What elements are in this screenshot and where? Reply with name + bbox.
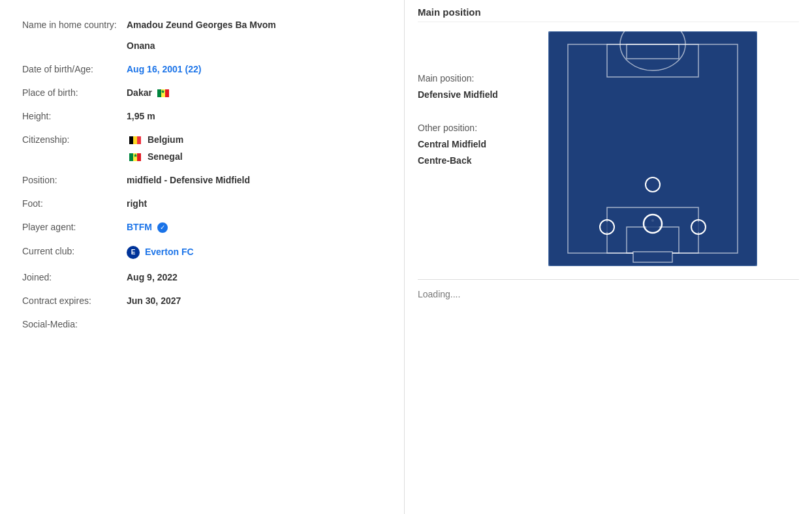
table-row: Social-Media:	[20, 312, 384, 336]
citizenship-belgium: Belgium	[127, 134, 382, 145]
label-foot: Foot:	[20, 192, 124, 215]
height-value: 1,95 m	[127, 111, 155, 121]
label-birth: Place of birth:	[20, 81, 124, 104]
table-row: Player agent: BTFM ✓	[20, 215, 384, 239]
table-row: Name in home country: Amadou Zeund Georg…	[20, 13, 384, 57]
svg-point-12	[648, 179, 658, 190]
value-position: midfield - Defensive Midfield	[124, 168, 384, 192]
value-joined: Aug 9, 2022	[124, 265, 384, 289]
label-citizenship: Citizenship:	[20, 128, 124, 168]
contract-date: Jun 30, 2027	[127, 295, 181, 306]
info-table: Name in home country: Amadou Zeund Georg…	[20, 13, 384, 336]
table-row: Contract expires: Jun 30, 2027	[20, 289, 384, 312]
birth-city: Dakar	[127, 87, 152, 98]
pitch-svg	[548, 31, 757, 266]
other-position-label: Other position:	[418, 123, 477, 133]
value-citizenship: Belgium Senegal	[124, 128, 384, 168]
label-position: Position:	[20, 168, 124, 192]
pitch-wrapper	[548, 31, 757, 266]
loading-text: Loading....	[418, 279, 799, 299]
value-name: Amadou Zeund Georges Ba Mvom Onana	[124, 13, 384, 57]
table-row: Joined: Aug 9, 2022	[20, 265, 384, 289]
table-row: Citizenship: Belgium Senegal	[20, 128, 384, 168]
table-row: Position: midfield - Defensive Midfield	[20, 168, 384, 192]
position-labels: Main position: Defensive Midfield Other …	[418, 31, 535, 169]
label-contract: Contract expires:	[20, 289, 124, 312]
label-joined: Joined:	[20, 265, 124, 289]
svg-point-10	[646, 217, 660, 231]
value-foot: right	[124, 192, 384, 215]
agent-name[interactable]: BTFM	[127, 222, 152, 232]
svg-point-14	[602, 222, 612, 232]
club-name[interactable]: Everton FC	[145, 247, 194, 257]
joined-date: Aug 9, 2022	[127, 272, 178, 282]
position-value: midfield - Defensive Midfield	[127, 175, 250, 185]
belgium-label: Belgium	[148, 134, 183, 145]
left-panel: Name in home country: Amadou Zeund Georg…	[0, 0, 405, 514]
svg-point-16	[693, 222, 704, 232]
senegal-label: Senegal	[148, 151, 183, 162]
position-content: Main position: Defensive Midfield Other …	[418, 31, 799, 266]
everton-badge: E	[127, 246, 140, 259]
full-name: Amadou Zeund Georges Ba Mvom	[127, 20, 276, 30]
label-dob: Date of birth/Age:	[20, 57, 124, 81]
senegal-flag-birth	[157, 89, 169, 97]
citizenship-senegal: Senegal	[127, 151, 382, 162]
table-row: Foot: right	[20, 192, 384, 215]
main-position-value: Defensive Midfield	[418, 87, 535, 103]
value-birth: Dakar	[124, 81, 384, 104]
value-contract: Jun 30, 2027	[124, 289, 384, 312]
value-dob: Aug 16, 2001 (22)	[124, 57, 384, 81]
table-row: Current club: E Everton FC	[20, 239, 384, 265]
other-position-cb: Centre-Back	[418, 153, 535, 169]
short-name: Onana	[127, 40, 155, 51]
table-row: Date of birth/Age: Aug 16, 2001 (22)	[20, 57, 384, 81]
senegal-flag	[129, 153, 141, 161]
main-position-title: Main position	[418, 7, 799, 22]
label-agent: Player agent:	[20, 215, 124, 239]
table-row: Height: 1,95 m	[20, 104, 384, 128]
main-position-label: Main position:	[418, 73, 474, 83]
other-position-central: Central Midfield	[418, 136, 535, 153]
value-social	[124, 312, 384, 336]
belgium-flag	[129, 136, 141, 144]
label-height: Height:	[20, 104, 124, 128]
table-row: Place of birth: Dakar	[20, 81, 384, 104]
foot-value: right	[127, 198, 147, 209]
dob-value[interactable]: Aug 16, 2001 (22)	[127, 64, 201, 74]
value-height: 1,95 m	[124, 104, 384, 128]
verified-icon: ✓	[157, 222, 168, 233]
label-name: Name in home country:	[20, 13, 124, 57]
label-club: Current club:	[20, 239, 124, 265]
value-club: E Everton FC	[124, 239, 384, 265]
value-agent: BTFM ✓	[124, 215, 384, 239]
right-panel: Main position Main position: Defensive M…	[405, 0, 812, 514]
svg-rect-7	[633, 252, 672, 262]
label-social: Social-Media:	[20, 312, 124, 336]
